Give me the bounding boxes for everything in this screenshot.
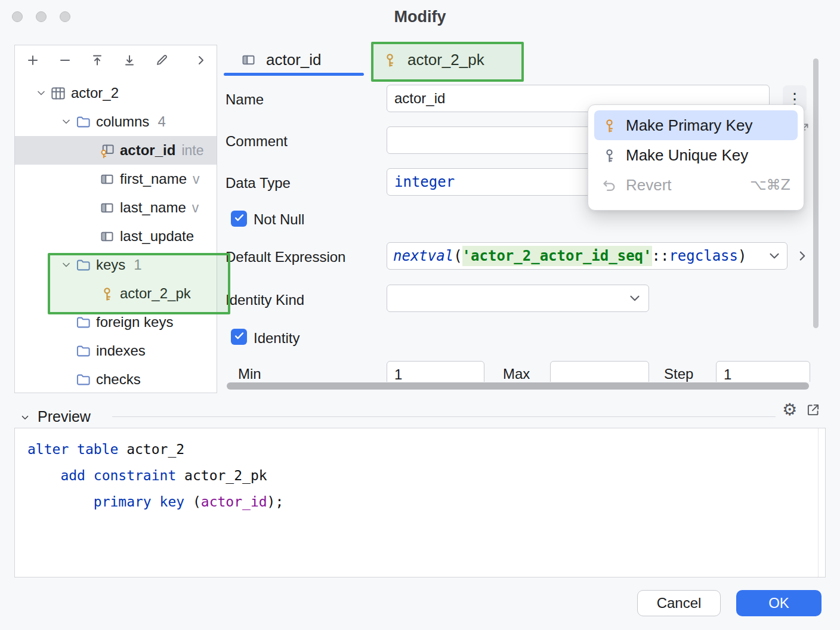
tree-item-columns[interactable]: columns4 [15,107,217,136]
tab-label: actor_2_pk [407,51,484,69]
preview-divider [112,416,776,417]
code-line: primary key (actor_id); [27,489,801,515]
tree-item-label: columns [96,113,149,130]
menu-item-label: Make Unique Key [626,146,748,165]
data-type-value: integer [394,174,455,190]
gear-icon[interactable]: ⚙ [782,400,797,419]
item-count: 1 [134,257,141,273]
tree-item-label: foreign keys [96,314,173,331]
key-gold-icon [98,285,115,302]
column-key-icon [98,142,115,159]
identity-checkbox[interactable] [231,329,247,345]
structure-tree-panel: actor_2columns4actor_idintefirst_namevla… [14,45,217,393]
active-tab-indicator [224,73,364,76]
tab-actor-id[interactable]: actor_id [240,47,322,73]
tree-item-label: last_update [120,228,194,245]
edit-icon[interactable] [153,52,170,69]
column-icon [98,199,115,216]
tree-item-last_update[interactable]: last_update [15,222,217,251]
context-menu: Make Primary KeyMake Unique KeyRevert⌥⌘Z [588,104,804,211]
max-input[interactable] [550,361,649,382]
expand-chevron-icon[interactable] [58,251,75,279]
expand-chevron-icon[interactable] [58,107,75,136]
tree-item-label: actor_2_pk [120,285,191,302]
identity-kind-select[interactable] [387,285,649,312]
tree-toolbar [15,45,217,75]
horizontal-scrollbar[interactable] [227,382,809,390]
toolbar-chevron-right-icon[interactable] [193,52,209,69]
tree-item-actor_2_pk[interactable]: actor_2_pk [15,279,217,308]
check-icon [233,329,246,345]
key-icon [382,52,398,68]
tree-item-label: last_name [120,199,186,216]
code-line: alter table actor_2 [27,436,801,462]
move-down-icon[interactable] [121,52,138,69]
menu-item-label: Revert [626,176,672,194]
min-input[interactable] [387,361,484,382]
window-title: Modify [0,8,840,26]
tree-item-label: indexes [96,342,146,359]
data-type-label: Data Type [226,175,291,192]
item-count: 4 [158,113,165,130]
default-expression-label: Default Expression [226,249,345,265]
folder-icon [75,342,91,359]
add-icon[interactable] [24,52,41,69]
folder-icon [75,314,91,331]
ok-button[interactable]: OK [736,590,822,616]
sequence-options-row: Min Max Step [224,357,814,382]
chevron-down-icon[interactable] [767,248,782,264]
tree: actor_2columns4actor_idintefirst_namevla… [15,79,217,394]
key-gray-icon [601,147,617,163]
tree-item-actor_id[interactable]: actor_idinte [15,136,217,165]
tree-item-label: keys [96,257,125,273]
default-expression-value: nextval('actor_2_actor_id_seq'::regclass… [393,248,746,264]
comment-label: Comment [226,133,288,150]
column-type-hint: v [192,200,199,216]
expand-chevron-icon[interactable] [33,79,50,107]
menu-item-make-primary-key[interactable]: Make Primary Key [594,110,798,140]
remove-icon[interactable] [57,52,73,69]
column-type-hint: v [193,171,200,187]
titlebar: Modify [0,0,840,33]
menu-item-revert[interactable]: Revert⌥⌘Z [594,170,798,200]
menu-item-make-unique-key[interactable]: Make Unique Key [594,140,798,170]
preview-collapse-chevron-icon[interactable] [20,412,30,423]
key-gold-icon [601,118,617,134]
identity-label: Identity [254,330,299,347]
code-line: add constraint actor_2_pk [27,462,801,489]
tree-item-keys[interactable]: keys1 [15,251,217,279]
min-label: Min [238,366,261,382]
column-icon [98,171,115,187]
tree-item-last_name[interactable]: last_namev [15,193,217,222]
menu-shortcut: ⌥⌘Z [750,177,790,193]
tab-actor-2-pk[interactable]: actor_2_pk [382,47,484,73]
cancel-button[interactable]: Cancel [637,590,721,616]
table-icon [50,85,66,101]
folder-icon [75,257,91,273]
column-icon [240,52,257,68]
chevron-down-icon [627,291,643,306]
open-in-editor-icon[interactable] [805,402,821,418]
folder-icon [75,113,91,130]
preview-scrollbar-track [818,428,819,577]
tree-item-actor_2[interactable]: actor_2 [15,79,217,107]
tree-item-first_name[interactable]: first_namev [15,165,217,193]
tree-item-label: checks [96,371,141,388]
preview-code-panel: alter table actor_2 add constraint actor… [14,428,826,578]
preview-title: Preview [38,408,91,425]
move-up-icon[interactable] [89,52,106,69]
check-icon [233,211,246,227]
tree-item-checks[interactable]: checks [15,365,217,394]
tab-label: actor_id [266,51,322,69]
menu-item-label: Make Primary Key [626,116,752,135]
not-null-checkbox[interactable] [231,211,247,227]
tree-item-label: first_name [120,171,187,187]
expand-expression-icon[interactable] [795,248,810,264]
vertical-scrollbar[interactable] [813,58,819,328]
tree-item-label: actor_2 [71,85,119,101]
step-input[interactable] [716,361,810,382]
default-expression-input[interactable]: nextval('actor_2_actor_id_seq'::regclass… [387,242,788,270]
name-label: Name [226,91,264,108]
tree-item-foreign-keys[interactable]: foreign keys [15,308,217,336]
tree-item-indexes[interactable]: indexes [15,336,217,365]
